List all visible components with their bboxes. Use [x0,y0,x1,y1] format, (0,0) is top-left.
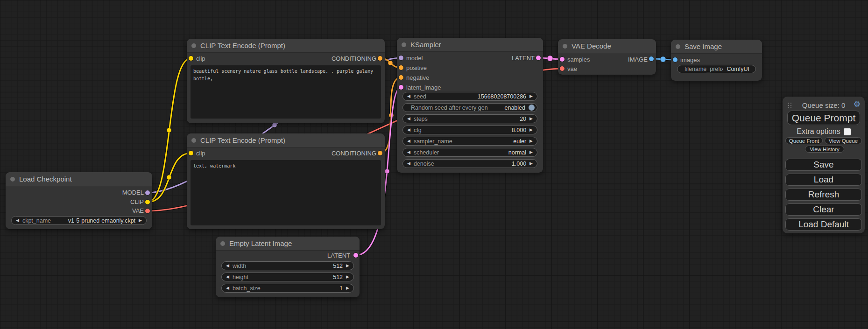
link-midpoint-dot[interactable] [272,123,277,127]
widget-scheduler[interactable]: ◀ scheduler normal ▶ [402,148,537,157]
increment-arrow-icon[interactable]: ▶ [529,161,533,166]
node-empty-latent-image[interactable]: Empty Latent Image LATENT ◀ width 512 ▶ … [216,237,360,297]
output-label-model: MODEL [122,189,144,196]
node-title-bar[interactable]: Load Checkpoint [6,172,152,186]
node-vae-decode[interactable]: VAE Decode samples vae IMAGE [558,39,656,75]
output-port-latent[interactable] [353,253,358,258]
link-midpoint-dot[interactable] [388,61,393,65]
link-clip-to-negative-prompt[interactable] [148,153,191,202]
output-label-latent: LATENT [327,252,350,259]
link-midpoint-dot[interactable] [660,56,666,62]
input-port-negative[interactable] [399,75,403,80]
input-port-clip[interactable] [189,56,193,61]
node-load-checkpoint[interactable]: Load Checkpoint MODEL CLIP VAE ◀ ckpt_na… [6,172,152,229]
node-save-image[interactable]: Save Image images filename_prefix ComfyU… [671,40,762,81]
collapse-dot-icon[interactable] [676,44,680,49]
increment-arrow-icon[interactable]: ▶ [529,117,533,121]
input-port-model[interactable] [399,56,403,60]
collapse-dot-icon[interactable] [220,241,225,246]
queue-front-button[interactable]: Queue Front [785,137,823,144]
increment-arrow-icon[interactable]: ▶ [529,139,533,143]
graph-canvas[interactable]: Load Checkpoint MODEL CLIP VAE ◀ ckpt_na… [0,0,868,329]
collapse-dot-icon[interactable] [563,44,567,49]
queue-menu-panel[interactable]: Queue size: 0 ⚙ Queue Prompt Extra optio… [783,97,865,233]
output-port-clip[interactable] [145,200,150,204]
increment-arrow-icon[interactable]: ▶ [139,218,142,223]
output-port-vae[interactable] [145,209,150,213]
output-port-image[interactable] [649,56,654,61]
increment-arrow-icon[interactable]: ▶ [346,264,349,268]
input-port-latent-image[interactable] [399,85,403,90]
increment-arrow-icon[interactable]: ▶ [529,94,533,98]
extra-options-checkbox[interactable] [844,128,851,135]
prompt-text-input[interactable]: text, watermark [191,160,381,225]
output-port-model[interactable] [145,190,150,195]
input-port-positive[interactable] [399,65,403,70]
input-label-clip: clip [196,55,205,62]
increment-arrow-icon[interactable]: ▶ [529,150,533,154]
settings-gear-icon[interactable]: ⚙ [854,100,861,108]
collapse-dot-icon[interactable] [191,43,196,48]
increment-arrow-icon[interactable]: ▶ [346,286,349,290]
node-title-bar[interactable]: KSampler [397,38,543,52]
widget-filename-prefix[interactable]: filename_prefix ComfyUI [677,65,756,73]
widget-steps[interactable]: ◀ steps 20 ▶ [402,114,537,123]
link-midpoint-dot[interactable] [385,169,389,174]
input-port-samples[interactable] [560,57,565,62]
decrement-arrow-icon[interactable]: ◀ [407,161,410,166]
input-port-vae[interactable] [560,66,565,71]
node-title-bar[interactable]: VAE Decode [558,39,656,53]
decrement-arrow-icon[interactable]: ◀ [407,94,410,98]
clear-button[interactable]: Clear [785,203,862,216]
decrement-arrow-icon[interactable]: ◀ [407,128,410,132]
widget-ckpt-name[interactable]: ◀ ckpt_name v1-5-pruned-emaonly.ckpt ▶ [11,216,147,225]
view-history-button[interactable]: View History [805,146,844,153]
toggle-enabled-icon[interactable] [529,105,535,111]
input-label-negative: negative [406,74,429,81]
increment-arrow-icon[interactable]: ▶ [529,128,533,132]
input-port-images[interactable] [673,57,677,62]
decrement-arrow-icon[interactable]: ◀ [226,264,229,268]
node-title-bar[interactable]: Empty Latent Image [216,237,360,251]
widget-seed[interactable]: ◀ seed 156680208700286 ▶ [402,92,537,101]
output-label-latent: LATENT [512,55,535,62]
node-title-bar[interactable]: CLIP Text Encode (Prompt) [187,39,385,53]
widget-cfg[interactable]: ◀ cfg 8.000 ▶ [402,126,537,134]
collapse-dot-icon[interactable] [402,42,406,47]
collapse-dot-icon[interactable] [191,138,196,143]
output-label-clip: CLIP [130,198,144,205]
link-midpoint-dot[interactable] [547,56,553,61]
input-port-clip[interactable] [189,151,193,155]
load-default-button[interactable]: Load Default [785,218,862,231]
node-ksampler[interactable]: KSampler model positive negative latent_… [397,38,543,173]
widget-random-seed-toggle[interactable]: Random seed after every gen enabled [402,103,537,112]
output-port-conditioning[interactable] [378,56,382,61]
view-queue-button[interactable]: View Queue [825,137,862,144]
refresh-button[interactable]: Refresh [785,189,862,201]
widget-batch-size[interactable]: ◀ batch_size 1 ▶ [221,284,354,293]
node-title-bar[interactable]: Save Image [671,40,762,54]
widget-height[interactable]: ◀ height 512 ▶ [221,273,354,281]
node-clip-text-encode-negative[interactable]: CLIP Text Encode (Prompt) clip CONDITION… [187,133,385,229]
increment-arrow-icon[interactable]: ▶ [346,275,349,279]
node-clip-text-encode-positive[interactable]: CLIP Text Encode (Prompt) clip CONDITION… [187,39,385,123]
decrement-arrow-icon[interactable]: ◀ [407,139,410,143]
node-title-bar[interactable]: CLIP Text Encode (Prompt) [187,133,385,147]
widget-sampler-name[interactable]: ◀ sampler_name euler ▶ [402,137,537,146]
output-port-conditioning[interactable] [378,151,382,155]
link-midpoint-dot[interactable] [167,128,171,133]
decrement-arrow-icon[interactable]: ◀ [407,150,410,154]
save-button[interactable]: Save [785,159,862,171]
queue-prompt-button[interactable]: Queue Prompt [787,111,860,125]
collapse-dot-icon[interactable] [10,177,15,182]
decrement-arrow-icon[interactable]: ◀ [16,218,19,223]
widget-denoise[interactable]: ◀ denoise 1.000 ▶ [402,159,537,168]
decrement-arrow-icon[interactable]: ◀ [226,275,229,279]
load-button[interactable]: Load [785,174,862,186]
link-midpoint-dot[interactable] [167,175,171,180]
prompt-text-input[interactable]: beautiful scenery nature glass bottle la… [191,65,381,119]
decrement-arrow-icon[interactable]: ◀ [407,117,410,121]
widget-width[interactable]: ◀ width 512 ▶ [221,261,354,270]
output-port-latent[interactable] [536,56,541,60]
decrement-arrow-icon[interactable]: ◀ [226,286,229,290]
